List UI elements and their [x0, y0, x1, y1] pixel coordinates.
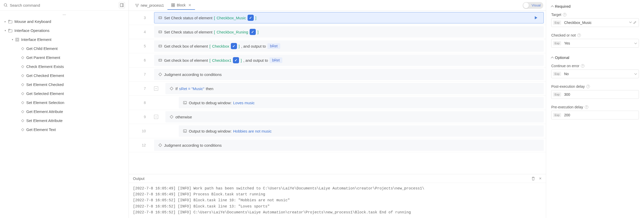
tab-new-process1[interactable]: new_process1: [131, 1, 167, 10]
tree-get-element-text[interactable]: Get Element Text: [0, 125, 129, 134]
search-input[interactable]: [10, 3, 119, 7]
svg-rect-26: [159, 59, 162, 61]
target-input[interactable]: Exp Checkbox_Music: [551, 18, 639, 27]
chevron-down-icon[interactable]: [634, 42, 637, 44]
step-text: Get check box of element: [164, 58, 208, 63]
tree-check-element-exists[interactable]: Check Element Exists: [0, 62, 129, 71]
code-line-7b[interactable]: 7 − If sRet = "Music" then: [129, 82, 546, 96]
prop-value: No: [563, 72, 635, 76]
output-line: [2022-7-8 16:05:52] [INFO] C:\Users\LaiY…: [133, 210, 542, 215]
output-line: [2022-7-8 16:05:52] [INFO] Block.task li…: [133, 197, 542, 203]
checkbox-icon: ✓: [250, 29, 256, 35]
tree-set-element-attribute[interactable]: Set Element Attribute: [0, 116, 129, 125]
tree-mouse-keyboard[interactable]: ▸ Mouse and Keyboard: [0, 17, 129, 26]
tree-set-element-checked[interactable]: Set Element Checked: [0, 80, 129, 89]
tab-label: new_process1: [141, 3, 164, 7]
code-line-3[interactable]: 3 Set Check status of element [ Checkbox…: [129, 11, 546, 25]
bracket-open: [: [214, 16, 215, 20]
code-line-4[interactable]: 4 Set Check status of element [ Checkbox…: [129, 25, 546, 39]
tree-get-parent-element[interactable]: Get Parent Element: [0, 53, 129, 62]
code-line-6[interactable]: 6 Get check box of element [ Checkbox1 ✓…: [129, 53, 546, 67]
exp-tag: Exp: [553, 113, 561, 117]
prop-label-text: Continue on error: [551, 64, 579, 68]
chevron-down-icon: ▾: [3, 29, 7, 32]
exp-tag: Exp: [553, 92, 561, 97]
code-line-12[interactable]: 12 Judgment according to conditions: [129, 138, 546, 152]
tree-get-selected-element[interactable]: Get Selected Element: [0, 89, 129, 98]
fold-icon[interactable]: −: [154, 86, 158, 91]
line-number: 8: [129, 101, 152, 105]
line-number: 7: [129, 86, 152, 91]
toggle-label: Visual: [532, 3, 541, 7]
code-line-7a[interactable]: 7 Judgment according to conditions: [129, 67, 546, 82]
play-icon[interactable]: [534, 16, 538, 20]
edit-icon[interactable]: [633, 21, 637, 24]
output-icon: [183, 129, 187, 133]
search-icon: [4, 3, 8, 7]
pre-delay-input[interactable]: Exp 200: [551, 111, 639, 119]
visual-toggle[interactable]: Visual: [523, 2, 543, 9]
svg-point-11: [138, 4, 139, 5]
continue-input[interactable]: Exp No: [551, 69, 639, 78]
prop-post-delay: Post-execution delay? Exp 300: [551, 84, 639, 99]
prop-value: 200: [563, 113, 639, 117]
tree-interface-element[interactable]: ▾ Interface Element: [0, 35, 129, 44]
tree-get-element-attribute[interactable]: Get Element Attribute: [0, 107, 129, 116]
collapse-sidebar-button[interactable]: [119, 2, 125, 8]
toggle-switch[interactable]: Visual: [523, 2, 543, 9]
tree-get-checked-element[interactable]: Get Checked Element: [0, 71, 129, 80]
close-icon[interactable]: ✕: [188, 3, 191, 7]
exp-tag: Exp: [553, 72, 561, 76]
element-name: Checkbox1: [212, 58, 231, 63]
if-pre: If: [175, 86, 177, 91]
tree-label: Set Element Attribute: [26, 118, 63, 123]
bracket-close: ]: [239, 44, 240, 48]
bracket-open: [: [209, 58, 210, 63]
step-icon: [158, 44, 163, 48]
tree-interface-operations[interactable]: ▾ Interface Operations: [0, 26, 129, 35]
section-optional[interactable]: Optional: [551, 54, 639, 61]
folder-icon: [8, 20, 12, 23]
tree-ellipsis: —: [0, 12, 129, 17]
condition-icon: [169, 86, 174, 91]
prop-checked: Checked or not? Exp Yes: [551, 33, 639, 48]
diamond-icon: [21, 65, 24, 68]
help-icon[interactable]: ?: [585, 105, 588, 109]
prop-label-text: Post-execution delay: [551, 84, 585, 89]
command-tree: — ▸ Mouse and Keyboard ▾ Interface Opera…: [0, 11, 129, 218]
tree-set-element-selection[interactable]: Set Element Selection: [0, 98, 129, 107]
chevron-down-icon[interactable]: [629, 21, 632, 23]
code-line-8[interactable]: 8 Output to debug window: Loves music: [129, 96, 546, 110]
help-icon[interactable]: ?: [563, 13, 566, 16]
step-suffix: , and output to: [241, 44, 266, 48]
tree-label: Get Element Attribute: [26, 109, 63, 114]
code-line-5[interactable]: 5 Get check box of element [ Checkbox ✓ …: [129, 39, 546, 53]
tree-get-child-element[interactable]: Get Child Element: [0, 44, 129, 53]
close-icon[interactable]: ✕: [539, 177, 542, 181]
condition-icon: [169, 115, 174, 119]
help-icon[interactable]: ?: [577, 33, 581, 37]
code-line-10[interactable]: 10 Output to debug window: Hobbies are n…: [129, 124, 546, 138]
properties-panel: Required Target? Exp Checkbox_Music Chec…: [546, 0, 644, 218]
checked-input[interactable]: Exp Yes: [551, 39, 639, 48]
checkbox-icon: ✓: [233, 57, 239, 63]
help-icon[interactable]: ?: [581, 64, 584, 68]
trash-icon[interactable]: [531, 177, 535, 181]
code-line-9[interactable]: 9 − otherwise: [129, 110, 546, 124]
tab-block[interactable]: Block ✕: [167, 1, 195, 10]
element-name: Checkbox: [212, 44, 229, 48]
step-text: otherwise: [175, 115, 192, 119]
post-delay-input[interactable]: Exp 300: [551, 90, 639, 99]
step-suffix: , and output to: [243, 58, 268, 63]
section-required[interactable]: Required: [551, 3, 639, 10]
help-icon[interactable]: ?: [586, 85, 590, 88]
output-line: [2022-7-8 16:05:52] [INFO] Block.task li…: [133, 204, 542, 210]
svg-point-12: [137, 6, 138, 7]
exp-tag: Exp: [553, 41, 561, 45]
diamond-icon: [21, 92, 24, 95]
svg-rect-23: [159, 45, 162, 47]
step-text: Set Check status of element: [164, 30, 213, 34]
chevron-down-icon[interactable]: [634, 72, 637, 75]
fold-icon[interactable]: −: [154, 115, 158, 119]
tab-label: Block: [177, 3, 185, 7]
